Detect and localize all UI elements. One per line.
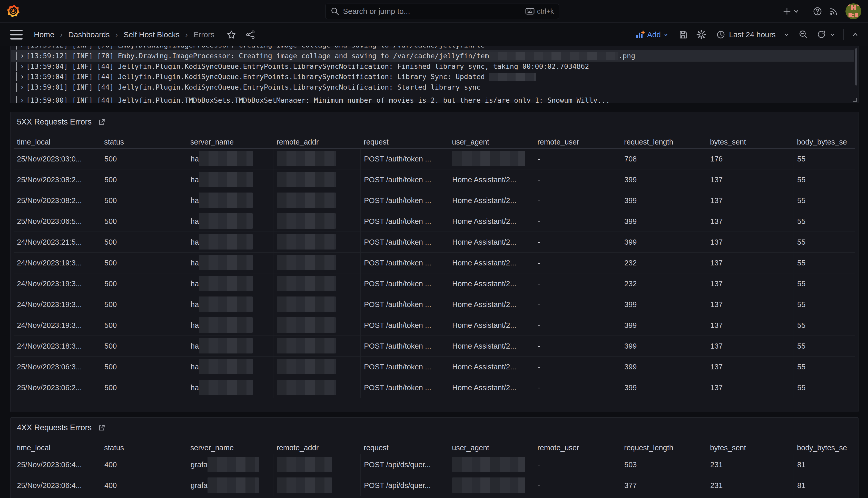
user-avatar[interactable] bbox=[845, 3, 861, 19]
collapse-toolbar-button[interactable] bbox=[852, 31, 858, 38]
divider bbox=[843, 29, 844, 40]
add-button[interactable]: Add bbox=[634, 30, 670, 40]
panel-title[interactable]: 4XX Requests Errors bbox=[17, 423, 92, 432]
column-header-request[interactable]: request bbox=[361, 135, 449, 148]
cell-remote_user: - bbox=[534, 475, 621, 496]
log-text: [13:59:12] [INF] [70] Emby.Drawing.Image… bbox=[26, 46, 485, 49]
column-header-body_bytes_se[interactable]: body_bytes_se bbox=[794, 135, 855, 148]
column-header-bytes_sent[interactable]: bytes_sent bbox=[707, 441, 794, 454]
chevron-right-icon[interactable]: › bbox=[20, 50, 26, 62]
zoom-out-time-button[interactable] bbox=[799, 30, 809, 40]
cell-text: 399 bbox=[624, 196, 637, 205]
cell-text: Home Assistant/2... bbox=[452, 217, 516, 225]
cell-text: 500 bbox=[104, 175, 117, 184]
log-row[interactable]: ›[13:59:04] [INF] [44] Jellyfin.Plugin.K… bbox=[11, 71, 854, 82]
search-icon bbox=[331, 7, 339, 16]
cell-text: 55 bbox=[797, 175, 805, 184]
share-button[interactable] bbox=[246, 30, 255, 39]
table-row: 25/Nov/2023:06:4...400grafaPOST /api/ds/… bbox=[14, 475, 855, 496]
panel-resize-handle[interactable] bbox=[853, 98, 857, 102]
column-header-server_name[interactable]: server_name bbox=[187, 441, 273, 454]
cell-text: 500 bbox=[104, 279, 117, 288]
chevron-right-icon[interactable]: › bbox=[20, 95, 26, 103]
column-header-user_agent[interactable]: user_agent bbox=[449, 135, 534, 148]
cell-request_length: 708 bbox=[621, 149, 707, 169]
cell-remote_user: - bbox=[534, 169, 621, 190]
favorite-button[interactable] bbox=[227, 30, 236, 39]
cell-body_bytes_se: 55 bbox=[794, 294, 855, 315]
column-header-time_local[interactable]: time_local bbox=[14, 441, 101, 454]
cell-text: 24/Nov/2023:19:3... bbox=[17, 321, 82, 329]
chevron-right-icon[interactable]: › bbox=[20, 71, 26, 82]
column-header-time_local[interactable]: time_local bbox=[14, 135, 101, 148]
cell-text: 55 bbox=[797, 196, 805, 205]
cell-text: - bbox=[538, 279, 540, 288]
log-row[interactable]: ›[13:59:01] [INF] [44] Jellyfin.Plugin.K… bbox=[11, 82, 854, 93]
redacted-cell bbox=[277, 338, 336, 353]
cell-time_local: 24/Nov/2023:21:5... bbox=[14, 232, 101, 252]
column-header-remote_user[interactable]: remote_user bbox=[534, 441, 621, 454]
chevron-right-icon[interactable]: › bbox=[20, 61, 26, 72]
cell-text: 25/Nov/2023:08:2... bbox=[17, 175, 82, 184]
chevron-right-icon[interactable]: › bbox=[20, 82, 26, 93]
external-link-icon[interactable] bbox=[98, 423, 106, 432]
new-button[interactable] bbox=[783, 7, 799, 16]
panel-title[interactable]: 5XX Requests Errors bbox=[17, 117, 92, 127]
help-button[interactable] bbox=[813, 6, 822, 16]
table-row: 24/Nov/2023:19:3...500haPOST /auth/token… bbox=[14, 294, 855, 315]
column-header-request_length[interactable]: request_length bbox=[621, 135, 707, 148]
breadcrumb-item-home[interactable]: Home bbox=[34, 30, 54, 39]
log-level-strip bbox=[16, 73, 17, 81]
menu-button[interactable] bbox=[10, 30, 23, 40]
redacted-cell bbox=[452, 477, 525, 493]
cell-remote_user: - bbox=[534, 273, 621, 294]
cell-text: 231 bbox=[710, 481, 722, 489]
log-text: [13:59:01] [INF] [44] Jellyfin.Plugin.Ko… bbox=[26, 83, 481, 91]
cell-text: 500 bbox=[104, 383, 117, 392]
panel-4xx-requests-errors: 4XX Requests Errors time_localstatusserv… bbox=[10, 417, 858, 498]
column-header-request[interactable]: request bbox=[361, 441, 449, 454]
cell-body_bytes_se: 55 bbox=[794, 336, 855, 356]
cell-text: ha bbox=[191, 259, 199, 267]
column-header-status[interactable]: status bbox=[101, 135, 187, 148]
table-row: 25/Nov/2023:06:3...500haPOST /auth/token… bbox=[14, 356, 855, 377]
cell-text: - bbox=[538, 259, 540, 267]
cell-text: 399 bbox=[624, 342, 637, 350]
column-header-body_bytes_se[interactable]: body_bytes_se bbox=[794, 441, 855, 454]
search-input[interactable]: Search or jump to... ctrl+k bbox=[325, 4, 559, 19]
column-header-status[interactable]: status bbox=[101, 441, 187, 454]
dashboard-settings-button[interactable] bbox=[696, 29, 706, 40]
column-header-bytes_sent[interactable]: bytes_sent bbox=[707, 135, 794, 148]
cell-request_length: 377 bbox=[621, 475, 707, 496]
cell-time_local: 24/Nov/2023:19:3... bbox=[14, 315, 101, 336]
column-header-user_agent[interactable]: user_agent bbox=[449, 441, 534, 454]
cell-status: 400 bbox=[101, 475, 187, 496]
cell-body_bytes_se: 55 bbox=[794, 273, 855, 294]
cell-text: 137 bbox=[710, 279, 722, 288]
cell-text: grafa bbox=[191, 460, 207, 469]
cell-user_agent: Home Assistant/2... bbox=[449, 356, 534, 377]
external-link-icon[interactable] bbox=[98, 118, 106, 126]
cell-text: POST /auth/token ... bbox=[364, 363, 431, 371]
cell-time_local: 25/Nov/2023:06:2... bbox=[14, 377, 101, 398]
cell-text: 500 bbox=[104, 321, 117, 329]
refresh-button[interactable] bbox=[817, 30, 835, 40]
news-button[interactable] bbox=[829, 6, 839, 16]
column-header-server_name[interactable]: server_name bbox=[187, 135, 273, 148]
breadcrumb-item-self-host-blocks[interactable]: Self Host Blocks bbox=[124, 30, 179, 39]
time-range-picker[interactable]: Last 24 hours bbox=[715, 30, 790, 40]
log-row[interactable]: ›[13:59:04] [INF] [44] Jellyfin.Plugin.K… bbox=[11, 61, 854, 72]
log-row[interactable]: ›[13:59:00] [INF] [44] Jellyfin.Plugin.T… bbox=[11, 95, 854, 103]
cell-text: 377 bbox=[624, 481, 637, 489]
log-row[interactable]: ›[13:59:12] [INF] [70] Emby.Drawing.Imag… bbox=[11, 50, 854, 62]
cell-text: 25/Nov/2023:08:2... bbox=[17, 196, 82, 205]
column-header-request_length[interactable]: request_length bbox=[621, 441, 707, 454]
breadcrumb-item-dashboards[interactable]: Dashboards bbox=[68, 30, 110, 39]
column-header-remote_addr[interactable]: remote_addr bbox=[273, 441, 361, 454]
column-header-remote_user[interactable]: remote_user bbox=[534, 135, 621, 148]
log-scrollbar[interactable] bbox=[855, 48, 857, 86]
cell-text: 55 bbox=[797, 279, 805, 288]
grafana-logo[interactable] bbox=[7, 4, 20, 18]
save-dashboard-button[interactable] bbox=[678, 30, 688, 40]
column-header-remote_addr[interactable]: remote_addr bbox=[273, 135, 361, 148]
